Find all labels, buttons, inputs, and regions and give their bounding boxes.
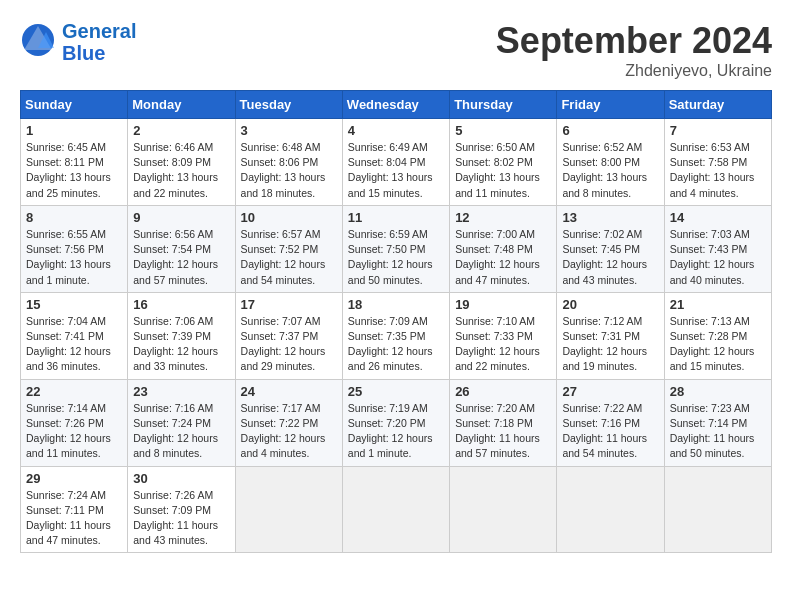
day-number: 18: [348, 297, 444, 312]
day-number: 21: [670, 297, 766, 312]
day-number: 1: [26, 123, 122, 138]
day-info: Sunrise: 7:10 AM Sunset: 7:33 PM Dayligh…: [455, 314, 551, 375]
day-number: 30: [133, 471, 229, 486]
day-info: Sunrise: 6:46 AM Sunset: 8:09 PM Dayligh…: [133, 140, 229, 201]
col-sunday: Sunday: [21, 91, 128, 119]
calendar-cell: 14 Sunrise: 7:03 AM Sunset: 7:43 PM Dayl…: [664, 205, 771, 292]
logo-text: General: [62, 20, 136, 42]
calendar-row: 1 Sunrise: 6:45 AM Sunset: 8:11 PM Dayli…: [21, 119, 772, 206]
day-info: Sunrise: 7:03 AM Sunset: 7:43 PM Dayligh…: [670, 227, 766, 288]
calendar-cell: 6 Sunrise: 6:52 AM Sunset: 8:00 PM Dayli…: [557, 119, 664, 206]
calendar-row: 8 Sunrise: 6:55 AM Sunset: 7:56 PM Dayli…: [21, 205, 772, 292]
calendar-cell: 15 Sunrise: 7:04 AM Sunset: 7:41 PM Dayl…: [21, 292, 128, 379]
day-info: Sunrise: 7:20 AM Sunset: 7:18 PM Dayligh…: [455, 401, 551, 462]
day-info: Sunrise: 6:59 AM Sunset: 7:50 PM Dayligh…: [348, 227, 444, 288]
calendar-cell: [450, 466, 557, 553]
day-info: Sunrise: 6:57 AM Sunset: 7:52 PM Dayligh…: [241, 227, 337, 288]
col-friday: Friday: [557, 91, 664, 119]
title-block: September 2024 Zhdeniyevo, Ukraine: [496, 20, 772, 80]
calendar-cell: 5 Sunrise: 6:50 AM Sunset: 8:02 PM Dayli…: [450, 119, 557, 206]
calendar-cell: 4 Sunrise: 6:49 AM Sunset: 8:04 PM Dayli…: [342, 119, 449, 206]
day-info: Sunrise: 6:53 AM Sunset: 7:58 PM Dayligh…: [670, 140, 766, 201]
calendar-cell: 12 Sunrise: 7:00 AM Sunset: 7:48 PM Dayl…: [450, 205, 557, 292]
day-info: Sunrise: 7:06 AM Sunset: 7:39 PM Dayligh…: [133, 314, 229, 375]
calendar-cell: 17 Sunrise: 7:07 AM Sunset: 7:37 PM Dayl…: [235, 292, 342, 379]
logo: General Blue: [20, 20, 136, 64]
calendar-cell: [235, 466, 342, 553]
day-number: 4: [348, 123, 444, 138]
day-info: Sunrise: 6:56 AM Sunset: 7:54 PM Dayligh…: [133, 227, 229, 288]
calendar-cell: 29 Sunrise: 7:24 AM Sunset: 7:11 PM Dayl…: [21, 466, 128, 553]
day-info: Sunrise: 7:07 AM Sunset: 7:37 PM Dayligh…: [241, 314, 337, 375]
day-number: 12: [455, 210, 551, 225]
calendar-cell: 2 Sunrise: 6:46 AM Sunset: 8:09 PM Dayli…: [128, 119, 235, 206]
day-number: 2: [133, 123, 229, 138]
day-info: Sunrise: 7:26 AM Sunset: 7:09 PM Dayligh…: [133, 488, 229, 549]
day-number: 8: [26, 210, 122, 225]
calendar-cell: 24 Sunrise: 7:17 AM Sunset: 7:22 PM Dayl…: [235, 379, 342, 466]
calendar-cell: 8 Sunrise: 6:55 AM Sunset: 7:56 PM Dayli…: [21, 205, 128, 292]
calendar-cell: 13 Sunrise: 7:02 AM Sunset: 7:45 PM Dayl…: [557, 205, 664, 292]
day-number: 10: [241, 210, 337, 225]
calendar-cell: 23 Sunrise: 7:16 AM Sunset: 7:24 PM Dayl…: [128, 379, 235, 466]
calendar-table: Sunday Monday Tuesday Wednesday Thursday…: [20, 90, 772, 553]
day-info: Sunrise: 7:02 AM Sunset: 7:45 PM Dayligh…: [562, 227, 658, 288]
day-number: 17: [241, 297, 337, 312]
day-info: Sunrise: 7:00 AM Sunset: 7:48 PM Dayligh…: [455, 227, 551, 288]
calendar-cell: [664, 466, 771, 553]
day-number: 11: [348, 210, 444, 225]
calendar-cell: 27 Sunrise: 7:22 AM Sunset: 7:16 PM Dayl…: [557, 379, 664, 466]
day-number: 14: [670, 210, 766, 225]
col-monday: Monday: [128, 91, 235, 119]
day-number: 27: [562, 384, 658, 399]
calendar-row: 15 Sunrise: 7:04 AM Sunset: 7:41 PM Dayl…: [21, 292, 772, 379]
calendar-row: 29 Sunrise: 7:24 AM Sunset: 7:11 PM Dayl…: [21, 466, 772, 553]
col-thursday: Thursday: [450, 91, 557, 119]
calendar-cell: 26 Sunrise: 7:20 AM Sunset: 7:18 PM Dayl…: [450, 379, 557, 466]
logo-subtext: Blue: [62, 42, 136, 64]
day-number: 7: [670, 123, 766, 138]
day-number: 13: [562, 210, 658, 225]
calendar-row: 22 Sunrise: 7:14 AM Sunset: 7:26 PM Dayl…: [21, 379, 772, 466]
day-number: 3: [241, 123, 337, 138]
calendar-cell: 28 Sunrise: 7:23 AM Sunset: 7:14 PM Dayl…: [664, 379, 771, 466]
day-info: Sunrise: 7:22 AM Sunset: 7:16 PM Dayligh…: [562, 401, 658, 462]
day-info: Sunrise: 7:16 AM Sunset: 7:24 PM Dayligh…: [133, 401, 229, 462]
calendar-cell: 19 Sunrise: 7:10 AM Sunset: 7:33 PM Dayl…: [450, 292, 557, 379]
calendar-cell: 18 Sunrise: 7:09 AM Sunset: 7:35 PM Dayl…: [342, 292, 449, 379]
col-saturday: Saturday: [664, 91, 771, 119]
day-info: Sunrise: 6:50 AM Sunset: 8:02 PM Dayligh…: [455, 140, 551, 201]
day-number: 24: [241, 384, 337, 399]
day-number: 20: [562, 297, 658, 312]
calendar-cell: 1 Sunrise: 6:45 AM Sunset: 8:11 PM Dayli…: [21, 119, 128, 206]
day-info: Sunrise: 7:04 AM Sunset: 7:41 PM Dayligh…: [26, 314, 122, 375]
calendar-cell: 30 Sunrise: 7:26 AM Sunset: 7:09 PM Dayl…: [128, 466, 235, 553]
day-number: 6: [562, 123, 658, 138]
day-info: Sunrise: 7:13 AM Sunset: 7:28 PM Dayligh…: [670, 314, 766, 375]
day-number: 28: [670, 384, 766, 399]
month-title: September 2024: [496, 20, 772, 62]
day-number: 25: [348, 384, 444, 399]
calendar-cell: [557, 466, 664, 553]
day-info: Sunrise: 6:45 AM Sunset: 8:11 PM Dayligh…: [26, 140, 122, 201]
calendar-cell: 25 Sunrise: 7:19 AM Sunset: 7:20 PM Dayl…: [342, 379, 449, 466]
calendar-cell: 16 Sunrise: 7:06 AM Sunset: 7:39 PM Dayl…: [128, 292, 235, 379]
page-header: General Blue September 2024 Zhdeniyevo, …: [20, 20, 772, 80]
calendar-cell: 22 Sunrise: 7:14 AM Sunset: 7:26 PM Dayl…: [21, 379, 128, 466]
day-number: 5: [455, 123, 551, 138]
col-wednesday: Wednesday: [342, 91, 449, 119]
day-number: 22: [26, 384, 122, 399]
calendar-cell: 7 Sunrise: 6:53 AM Sunset: 7:58 PM Dayli…: [664, 119, 771, 206]
day-info: Sunrise: 7:19 AM Sunset: 7:20 PM Dayligh…: [348, 401, 444, 462]
calendar-cell: 9 Sunrise: 6:56 AM Sunset: 7:54 PM Dayli…: [128, 205, 235, 292]
location: Zhdeniyevo, Ukraine: [496, 62, 772, 80]
day-info: Sunrise: 6:49 AM Sunset: 8:04 PM Dayligh…: [348, 140, 444, 201]
calendar-cell: 3 Sunrise: 6:48 AM Sunset: 8:06 PM Dayli…: [235, 119, 342, 206]
calendar-cell: 21 Sunrise: 7:13 AM Sunset: 7:28 PM Dayl…: [664, 292, 771, 379]
col-tuesday: Tuesday: [235, 91, 342, 119]
day-number: 16: [133, 297, 229, 312]
day-info: Sunrise: 7:17 AM Sunset: 7:22 PM Dayligh…: [241, 401, 337, 462]
day-info: Sunrise: 7:24 AM Sunset: 7:11 PM Dayligh…: [26, 488, 122, 549]
day-info: Sunrise: 6:52 AM Sunset: 8:00 PM Dayligh…: [562, 140, 658, 201]
calendar-cell: [342, 466, 449, 553]
